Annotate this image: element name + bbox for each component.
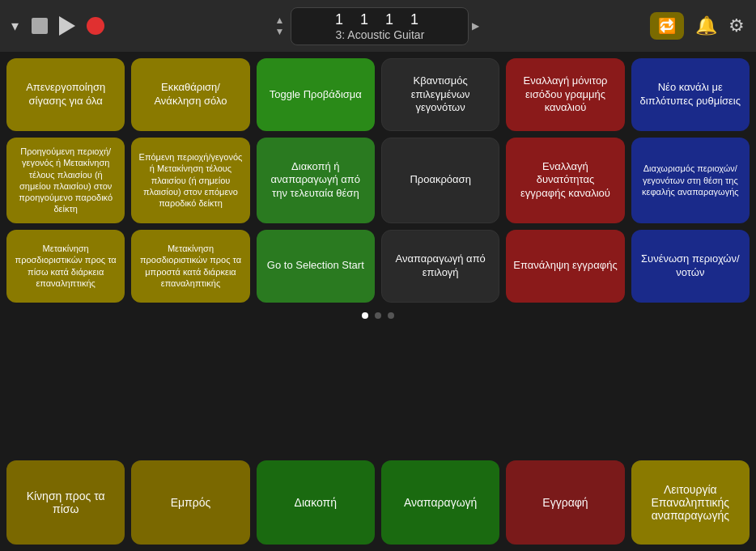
page-dot-1[interactable]: [362, 312, 368, 319]
cell-record-enable[interactable]: Εναλλαγή δυνατότητας εγγραφής καναλιού: [506, 138, 624, 223]
page-dot-2[interactable]: [375, 312, 381, 319]
bottom-stop[interactable]: Διακοπή: [257, 460, 375, 545]
top-bar: ▾ ▲ ▼ 1 1 1 1 3: Acoustic Guitar ▶ 🔁 🔔 ⚙: [0, 0, 756, 52]
cell-move-forward[interactable]: Μετακίνηση προσδιοριστικών προς τα μπροσ…: [131, 230, 249, 303]
grid-row-2: Προηγούμενη περιοχή/γεγονός ή Μετακίνηση…: [6, 138, 750, 223]
cell-new-channel-duplicate[interactable]: Νέο κανάλι με διπλότυπες ρυθμίσεις: [631, 58, 750, 131]
grid-row-3: Μετακίνηση προσδιοριστικών προς τα πίσω …: [6, 230, 750, 303]
grid-row-1: Απενεργοποίηση σίγασης για όλα Εκκαθάρισ…: [6, 58, 750, 131]
dropdown-arrow[interactable]: ▾: [11, 17, 19, 35]
cell-merge-regions[interactable]: Συνένωση περιοχών/νοτών: [631, 230, 750, 303]
settings-button[interactable]: ⚙: [728, 15, 745, 36]
position-down-arrow[interactable]: ▼: [275, 27, 285, 36]
position-display[interactable]: 1 1 1 1 3: Acoustic Guitar: [291, 7, 469, 45]
top-bar-right: 🔁 🔔 ⚙: [650, 12, 745, 40]
settings-icon: ⚙: [728, 15, 745, 36]
cell-move-back[interactable]: Μετακίνηση προσδιοριστικών προς τα πίσω …: [6, 230, 125, 303]
cycle-icon: 🔁: [658, 17, 676, 35]
bottom-play[interactable]: Αναπαραγωγή: [381, 460, 499, 545]
play-button[interactable]: [59, 16, 75, 36]
track-name: 3: Acoustic Guitar: [336, 28, 425, 41]
page-dots: [6, 309, 750, 322]
page-dot-3[interactable]: [388, 312, 394, 319]
bottom-forward[interactable]: Εμπρός: [131, 460, 249, 545]
metronome-button[interactable]: 🔔: [695, 15, 717, 36]
cell-repeat-recording[interactable]: Επανάληψη εγγραφής: [506, 230, 624, 303]
cycle-button[interactable]: 🔁: [650, 12, 684, 40]
position-numbers: 1 1 1 1: [335, 11, 425, 28]
cell-mute-all[interactable]: Απενεργοποίηση σίγασης για όλα: [6, 58, 125, 131]
position-arrows: ▲ ▼: [275, 15, 285, 36]
cell-monitor-toggle[interactable]: Εναλλαγή μόνιτορ εισόδου γραμμής καναλιο…: [506, 58, 624, 131]
cell-goto-selection-start[interactable]: Go to Selection Start: [257, 230, 375, 303]
cell-toggle-prominence[interactable]: Toggle Προβάδισμα: [257, 58, 375, 131]
bottom-loop-playback[interactable]: Λειτουργία Επαναληπτικής αναπαραγωγής: [631, 460, 750, 545]
cell-play-from-selection[interactable]: Αναπαραγωγή από επιλογή: [381, 230, 499, 303]
main-area: Απενεργοποίηση σίγασης για όλα Εκκαθάρισ…: [0, 52, 756, 454]
transport-controls: [32, 16, 104, 36]
bottom-rewind[interactable]: Κίνηση προς τα πίσω: [6, 460, 125, 545]
cell-preroll[interactable]: Προακρόαση: [381, 138, 499, 223]
cell-next-region[interactable]: Επόμενη περιοχή/γεγονός ή Μετακίνηση τέλ…: [131, 138, 249, 223]
cell-stop-or-play-last[interactable]: Διακοπή ή αναπαραγωγή από την τελευταία …: [257, 138, 375, 223]
cell-split-regions[interactable]: Διαχωρισμός περιοχών/γεγονότων στη θέση …: [631, 138, 750, 223]
record-button[interactable]: [87, 17, 104, 35]
position-right-arrow[interactable]: ▶: [472, 20, 479, 32]
stop-button[interactable]: [32, 18, 48, 34]
position-display-wrapper: ▲ ▼ 1 1 1 1 3: Acoustic Guitar ▶: [275, 7, 480, 45]
bottom-bar: Κίνηση προς τα πίσω Εμπρός Διακοπή Αναπα…: [0, 454, 756, 551]
bottom-record[interactable]: Εγγραφή: [506, 460, 624, 545]
position-up-arrow[interactable]: ▲: [275, 15, 285, 25]
cell-quantize[interactable]: Κβαντισμός επιλεγμένων γεγονότων: [381, 58, 499, 131]
cell-prev-region[interactable]: Προηγούμενη περιοχή/γεγονός ή Μετακίνηση…: [6, 138, 125, 223]
metronome-icon: 🔔: [695, 15, 717, 36]
top-bar-left: ▾: [11, 16, 104, 36]
cell-clear-solo[interactable]: Εκκαθάριση/ Ανάκληση σόλο: [131, 58, 249, 131]
